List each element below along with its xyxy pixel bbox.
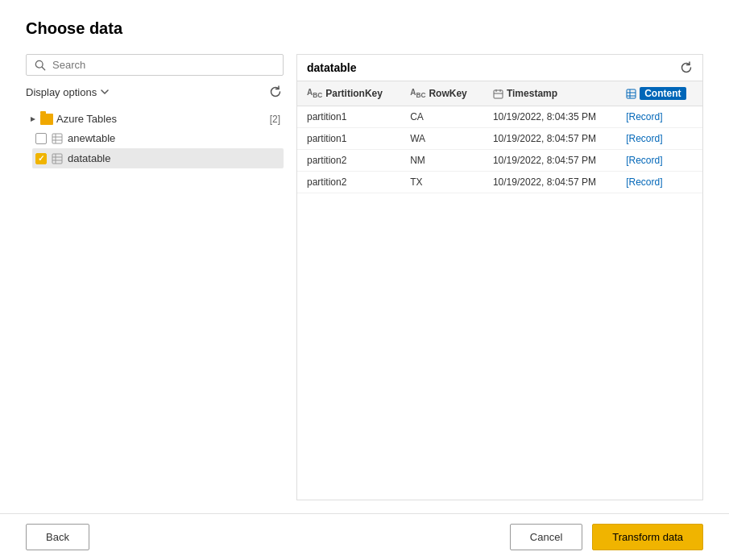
display-options-button[interactable]: Display options	[26, 86, 110, 98]
refresh-button[interactable]	[267, 84, 284, 100]
cell-content: [Record]	[616, 128, 702, 150]
back-button[interactable]: Back	[26, 524, 89, 550]
table-header: ABC PartitionKey ABC RowKey	[297, 81, 702, 106]
partitionkey-type-icon: ABC	[307, 88, 322, 99]
cell-content: [Record]	[616, 172, 702, 193]
footer-left: Back	[26, 524, 89, 550]
tree-group-label: Azure Tables	[56, 113, 267, 125]
table-row: partition2TX10/19/2022, 8:04:57 PM[Recor…	[297, 172, 702, 193]
cell-rowkey: CA	[400, 106, 483, 128]
cancel-button[interactable]: Cancel	[510, 524, 582, 550]
record-link[interactable]: [Record]	[626, 155, 662, 166]
tree-group-count: [2]	[270, 114, 280, 125]
record-link[interactable]: [Record]	[626, 133, 662, 144]
table-row: partition2NM10/19/2022, 8:04:57 PM[Recor…	[297, 150, 702, 172]
display-options-row: Display options	[26, 82, 284, 102]
table-icon-datatable	[52, 153, 63, 164]
tree-group-header[interactable]: Azure Tables [2]	[26, 110, 284, 128]
record-link[interactable]: [Record]	[626, 111, 662, 122]
display-options-label: Display options	[26, 86, 97, 98]
rowkey-type-icon: ABC	[410, 88, 425, 99]
cell-timestamp: 10/19/2022, 8:04:57 PM	[483, 128, 616, 150]
col-header-timestamp: Timestamp	[483, 81, 616, 106]
table-row: partition1CA10/19/2022, 8:04:35 PM[Recor…	[297, 106, 702, 128]
tree-item-anewtable[interactable]: anewtable	[32, 128, 284, 148]
tree-item-datatable[interactable]: datatable	[32, 148, 284, 168]
svg-rect-2	[52, 134, 62, 143]
timestamp-label: Timestamp	[507, 88, 557, 99]
cell-rowkey: NM	[400, 150, 483, 172]
svg-line-1	[42, 67, 45, 70]
tree-group-azure-tables: Azure Tables [2]	[26, 110, 284, 168]
cell-rowkey: WA	[400, 128, 483, 150]
search-icon	[35, 60, 46, 71]
cell-content: [Record]	[616, 150, 702, 172]
svg-rect-10	[494, 90, 503, 98]
cell-partitionkey: partition2	[297, 172, 400, 193]
cell-partitionkey: partition1	[297, 128, 400, 150]
datatable-checkbox[interactable]	[35, 153, 47, 164]
table-row: partition1WA10/19/2022, 8:04:57 PM[Recor…	[297, 128, 702, 150]
content-type-icon	[626, 89, 636, 99]
col-header-partitionkey: ABC PartitionKey	[297, 81, 400, 106]
anewtable-checkbox[interactable]	[35, 133, 47, 144]
cell-partitionkey: partition1	[297, 106, 400, 128]
col-header-content: Content	[616, 81, 702, 106]
svg-rect-6	[52, 154, 62, 164]
tree-items: anewtable datatable	[32, 128, 284, 168]
anewtable-label: anewtable	[68, 132, 115, 144]
tree-area: Azure Tables [2]	[26, 108, 284, 500]
cell-content: [Record]	[616, 106, 702, 128]
search-input[interactable]	[52, 59, 275, 71]
preview-table-name: datatable	[307, 61, 356, 74]
col-header-rowkey: ABC RowKey	[400, 81, 483, 106]
preview-refresh-icon	[680, 61, 693, 74]
page-title: Choose data	[26, 19, 703, 38]
data-table: ABC PartitionKey ABC RowKey	[297, 81, 702, 193]
chevron-down-icon	[100, 87, 110, 97]
footer: Back Cancel Transform data	[0, 513, 729, 560]
record-link[interactable]: [Record]	[626, 176, 662, 188]
transform-data-button[interactable]: Transform data	[592, 524, 703, 550]
search-box	[26, 54, 284, 76]
svg-rect-14	[627, 89, 636, 98]
cell-timestamp: 10/19/2022, 8:04:57 PM	[483, 150, 616, 172]
footer-right: Cancel Transform data	[510, 524, 703, 550]
table-body: partition1CA10/19/2022, 8:04:35 PM[Recor…	[297, 106, 702, 193]
refresh-icon	[269, 85, 282, 98]
preview-refresh-button[interactable]	[680, 61, 693, 74]
tree-expand-icon	[29, 115, 37, 123]
cell-rowkey: TX	[400, 172, 483, 193]
folder-icon	[40, 114, 53, 125]
cell-timestamp: 10/19/2022, 8:04:35 PM	[483, 106, 616, 128]
partitionkey-label: PartitionKey	[325, 88, 383, 99]
table-header-row: datatable	[297, 55, 702, 81]
rowkey-label: RowKey	[429, 88, 466, 99]
right-panel: datatable ABC PartitionKey	[296, 54, 703, 500]
cell-timestamp: 10/19/2022, 8:04:57 PM	[483, 172, 616, 193]
datatable-label: datatable	[68, 152, 111, 164]
cell-partitionkey: partition2	[297, 150, 400, 172]
content-label: Content	[640, 87, 686, 100]
timestamp-type-icon	[493, 89, 503, 99]
table-icon-anewtable	[52, 133, 63, 144]
left-panel: Display options	[26, 54, 284, 500]
